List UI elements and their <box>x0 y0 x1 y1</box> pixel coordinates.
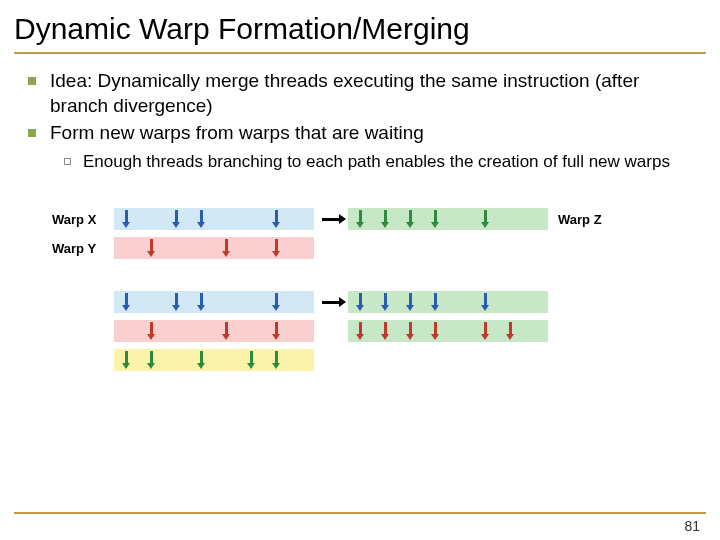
thread-arrow-icon <box>275 351 278 365</box>
warp-lane <box>164 237 189 259</box>
warp-lane <box>264 349 289 371</box>
thread-arrow-icon <box>434 322 437 336</box>
warp-x-label: Warp X <box>52 212 114 227</box>
thread-arrow-icon <box>275 210 278 224</box>
warp-lane <box>114 208 139 230</box>
warp-lane <box>473 208 498 230</box>
bottom-yellow-bar <box>114 349 314 371</box>
warp-lane <box>114 291 139 313</box>
warp-lane <box>114 349 139 371</box>
warp-lane <box>289 208 314 230</box>
thread-arrow-icon <box>150 351 153 365</box>
warp-lane <box>398 208 423 230</box>
thread-arrow-icon <box>125 293 128 307</box>
thread-arrow-icon <box>125 210 128 224</box>
warp-lane <box>523 291 548 313</box>
warp-lane <box>423 208 448 230</box>
warp-lane <box>523 208 548 230</box>
bottom-blue-bar <box>114 291 314 313</box>
warp-lane <box>139 320 164 342</box>
thread-arrow-icon <box>200 351 203 365</box>
warp-lane <box>289 291 314 313</box>
warp-lane <box>264 237 289 259</box>
bottom-blue-row <box>52 289 692 315</box>
warp-lane <box>189 291 214 313</box>
warp-lane <box>114 237 139 259</box>
warp-lane <box>523 320 548 342</box>
warp-lane <box>239 237 264 259</box>
warp-lane <box>239 320 264 342</box>
thread-arrow-icon <box>250 351 253 365</box>
bottom-green1-bar <box>348 291 548 313</box>
warp-lane <box>239 349 264 371</box>
thread-arrow-icon <box>484 210 487 224</box>
bullet-item: Idea: Dynamically merge threads executin… <box>28 68 692 118</box>
diagram-top-group: Warp X Warp Z Warp Y <box>52 206 692 261</box>
arrow-right-icon <box>322 301 340 304</box>
thread-arrow-icon <box>225 239 228 253</box>
thread-arrow-icon <box>409 210 412 224</box>
warp-lane <box>164 208 189 230</box>
thread-arrow-icon <box>434 210 437 224</box>
thread-arrow-icon <box>150 239 153 253</box>
thread-arrow-icon <box>359 210 362 224</box>
thread-arrow-icon <box>175 210 178 224</box>
warp-lane <box>214 208 239 230</box>
thread-arrow-icon <box>409 322 412 336</box>
thread-arrow-icon <box>150 322 153 336</box>
warp-diagram: Warp X Warp Z Warp Y <box>28 206 692 373</box>
warp-lane <box>423 291 448 313</box>
warp-y-bar <box>114 237 314 259</box>
bottom-yellow-row <box>52 347 692 373</box>
warp-x-row: Warp X Warp Z <box>52 206 692 232</box>
warp-lane <box>348 208 373 230</box>
thread-arrow-icon <box>225 322 228 336</box>
thread-arrow-icon <box>175 293 178 307</box>
warp-lane <box>423 320 448 342</box>
warp-lane <box>348 320 373 342</box>
warp-lane <box>498 320 523 342</box>
warp-lane <box>498 208 523 230</box>
thread-arrow-icon <box>359 293 362 307</box>
warp-lane <box>289 237 314 259</box>
bullet-icon <box>28 129 36 137</box>
warp-lane <box>214 291 239 313</box>
bullet-text: Form new warps from warps that are waiti… <box>50 120 692 145</box>
thread-arrow-icon <box>484 322 487 336</box>
warp-lane <box>139 208 164 230</box>
bullet-icon <box>28 77 36 85</box>
warp-lane <box>139 237 164 259</box>
thread-arrow-icon <box>359 322 362 336</box>
thread-arrow-icon <box>125 351 128 365</box>
thread-arrow-icon <box>384 322 387 336</box>
warp-lane <box>373 208 398 230</box>
thread-arrow-icon <box>275 293 278 307</box>
warp-z-label: Warp Z <box>558 212 620 227</box>
warp-lane <box>348 291 373 313</box>
warp-z-bar <box>348 208 548 230</box>
bullet-text: Idea: Dynamically merge threads executin… <box>50 68 692 118</box>
warp-lane <box>139 291 164 313</box>
diagram-bottom-group <box>52 289 692 373</box>
warp-lane <box>189 349 214 371</box>
warp-lane <box>214 320 239 342</box>
warp-lane <box>164 349 189 371</box>
warp-lane <box>448 320 473 342</box>
warp-lane <box>498 291 523 313</box>
bottom-red-row <box>52 318 692 344</box>
warp-lane <box>473 291 498 313</box>
warp-lane <box>264 320 289 342</box>
thread-arrow-icon <box>484 293 487 307</box>
thread-arrow-icon <box>434 293 437 307</box>
warp-lane <box>189 237 214 259</box>
warp-y-row: Warp Y <box>52 235 692 261</box>
warp-lane <box>189 208 214 230</box>
sub-bullet-icon <box>64 158 71 165</box>
warp-x-bar <box>114 208 314 230</box>
thread-arrow-icon <box>384 210 387 224</box>
slide-title: Dynamic Warp Formation/Merging <box>0 0 720 52</box>
content-area: Idea: Dynamically merge threads executin… <box>0 68 720 373</box>
bottom-green2-bar <box>348 320 548 342</box>
warp-lane <box>398 291 423 313</box>
bullet-item: Form new warps from warps that are waiti… <box>28 120 692 145</box>
